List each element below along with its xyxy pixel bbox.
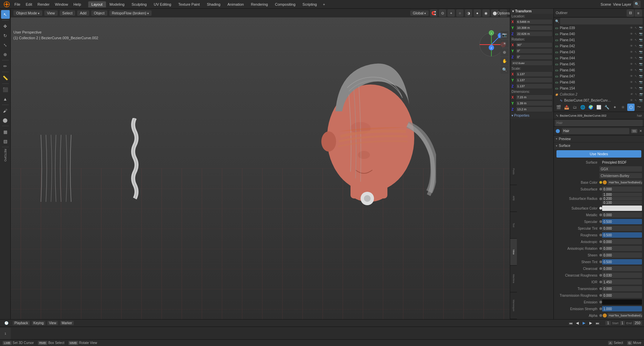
outliner-item-11[interactable]: ◉ Collection 2 👁 ↖ 📷	[554, 91, 644, 97]
method-value[interactable]: Christensen-Burley	[599, 173, 642, 178]
render-icon[interactable]: 📷	[639, 93, 643, 96]
side-tab-mannequin[interactable]: Mannequin	[510, 292, 517, 319]
outliner-item-2[interactable]: ▭ Plane.041 👁 ↖ 📷	[554, 37, 644, 43]
render-icon[interactable]: 📷	[639, 80, 643, 84]
physics-prop-icon[interactable]: ⚛	[619, 104, 627, 111]
object-prop-icon[interactable]: ⬜	[595, 104, 603, 111]
transform-section-header[interactable]: ▾ Transform	[510, 9, 553, 14]
window-menu[interactable]: Window	[53, 2, 70, 7]
file-menu[interactable]: File	[12, 2, 23, 7]
cursor-restrict-icon[interactable]: ↖	[634, 80, 638, 84]
eye-icon[interactable]: 👁	[629, 56, 633, 60]
eye-icon[interactable]: 👁	[629, 93, 633, 96]
add-menu[interactable]: Add	[77, 10, 89, 16]
start-frame-display[interactable]: 1	[620, 321, 625, 325]
scale-z-field[interactable]: 1.137	[516, 84, 552, 89]
render-icon[interactable]: 📷	[639, 74, 643, 78]
location-x-field[interactable]: 6.5466 m	[516, 19, 552, 24]
sub-color-swatch[interactable]	[602, 206, 642, 211]
outliner-item-3[interactable]: ▭ Plane.042 👁 ↖ 📷	[554, 43, 644, 49]
render-icon[interactable]: 📷	[639, 50, 643, 54]
eye-icon[interactable]: 👁	[629, 32, 633, 36]
cursor-restrict-icon[interactable]: ↖	[634, 26, 638, 30]
scale-tool[interactable]: ⤡	[1, 41, 10, 49]
subsurface-field[interactable]: 0.000	[602, 186, 642, 192]
emission-color-swatch[interactable]	[602, 299, 642, 305]
render-icon[interactable]: 📷	[639, 99, 643, 102]
modifier-prop-icon[interactable]: 🔧	[603, 104, 610, 111]
show-overlay-icon[interactable]: ○	[456, 9, 464, 17]
select-menu[interactable]: Select	[60, 10, 75, 16]
cursor-restrict-icon[interactable]: ↖	[634, 62, 638, 66]
measure-tool[interactable]: 📏	[1, 73, 10, 82]
eye-icon[interactable]: 👁	[629, 50, 633, 54]
eye-icon[interactable]: 👁	[629, 86, 633, 90]
tab-uv-editing[interactable]: UV Editing	[150, 1, 174, 7]
marker-menu[interactable]: Marker	[60, 321, 74, 325]
tab-modeling[interactable]: Modeling	[106, 1, 128, 7]
aniso-rot-field[interactable]: 0.000	[602, 246, 642, 251]
tab-rendering[interactable]: Rendering	[248, 1, 271, 7]
outliner-item-12[interactable]: ∿ BezierCurve.007_BezierCurve.001 👁 ↖ 📷	[554, 97, 644, 103]
render-icon[interactable]: 📷	[639, 32, 643, 36]
material-search-input[interactable]	[555, 120, 643, 126]
skip-end-icon[interactable]: ⏭	[595, 321, 600, 326]
rotation-x-field[interactable]: 90°	[516, 43, 552, 47]
timeline-clock-icon[interactable]: 🕐	[2, 320, 11, 327]
particles-prop-icon[interactable]: ✦	[611, 104, 619, 111]
transmission-field[interactable]: 0.000	[602, 286, 642, 291]
dim-z-field[interactable]: 13.2 m	[516, 107, 552, 112]
cursor-tool[interactable]: ↖	[1, 10, 10, 19]
tab-shading[interactable]: Shading	[204, 1, 224, 7]
paint2-tool[interactable]: ⬤	[1, 116, 10, 124]
outliner-item-1[interactable]: ▭ Plane.040 👁 ↖ 📷	[554, 31, 644, 37]
material-x-btn[interactable]: ✕	[639, 129, 642, 133]
current-frame-display[interactable]: 1	[605, 321, 611, 325]
edit-menu[interactable]: Edit	[23, 2, 35, 7]
playback-menu[interactable]: Playback	[13, 321, 30, 325]
distribution-value[interactable]: GGX	[599, 166, 642, 172]
material-prop-icon[interactable]: ⬡	[627, 104, 635, 111]
tab-layout[interactable]: Layout	[88, 1, 106, 7]
side-tab-fluids[interactable]: Fluids	[510, 158, 517, 185]
tab-compositing[interactable]: Compositing	[272, 1, 299, 7]
sub-radius-g[interactable]: 0.200	[602, 197, 642, 200]
roughness-field[interactable]: 0.500	[602, 232, 642, 238]
view-layer-prop-icon[interactable]: 🗂	[571, 104, 579, 111]
global-dropdown[interactable]: Global	[410, 10, 429, 16]
cursor-restrict-icon[interactable]: ↖	[634, 68, 638, 72]
eye-icon[interactable]: 👁	[629, 44, 633, 48]
extra-tools[interactable]: ▦	[1, 127, 10, 136]
cursor-3d-icon[interactable]: ⊕	[500, 48, 508, 56]
blender-logo[interactable]	[2, 1, 11, 8]
data-prop-icon[interactable]: 〜	[635, 104, 643, 111]
paint-tool[interactable]: 🖌	[1, 106, 10, 115]
render-icon[interactable]: 📷	[639, 26, 643, 30]
view-menu[interactable]: View	[47, 321, 58, 325]
cursor-restrict-icon[interactable]: ↖	[634, 99, 638, 102]
render-icon[interactable]: 📷	[639, 38, 643, 42]
outliner-item-0[interactable]: ▭ Plane.039 👁 ↖ 📷	[554, 25, 644, 31]
scale-y-field[interactable]: 1.137	[516, 78, 552, 82]
transform-tool[interactable]: ⊕	[1, 50, 10, 59]
timeline-ruler[interactable]: 1 0 10 20 30 40 50 60 70 80 90 100	[0, 327, 644, 339]
eye-icon[interactable]: 👁	[629, 68, 633, 72]
outliner-item-9[interactable]: ▭ Plane.048 👁 ↖ 📷	[554, 79, 644, 85]
skip-start-icon[interactable]: ⏮	[568, 321, 573, 326]
render-prop-icon[interactable]: 🎬	[555, 104, 562, 111]
tab-texture-paint[interactable]: Texture Paint	[175, 1, 203, 7]
cursor-restrict-icon[interactable]: ↖	[634, 38, 638, 42]
hand-icon[interactable]: ✋	[500, 57, 508, 65]
sheen-tint-field[interactable]: 0.500	[602, 259, 642, 265]
cursor-restrict-icon[interactable]: ↖	[634, 50, 638, 54]
rotation-mode-field[interactable]: XYZ Euler	[512, 61, 552, 65]
surface-toggle[interactable]: ▾ Surface	[554, 142, 644, 149]
cursor-restrict-icon[interactable]: ↖	[634, 32, 638, 36]
cursor-restrict-icon[interactable]: ↖	[634, 74, 638, 78]
outliner-sort-icon[interactable]: ≡	[635, 9, 642, 17]
specular-field[interactable]: 0.500	[602, 219, 642, 224]
annotate-tool[interactable]: ✏	[1, 62, 10, 70]
render-icon[interactable]: 📷	[639, 62, 643, 66]
material-preview-icon[interactable]: ◉	[482, 9, 490, 17]
output-prop-icon[interactable]: 📤	[563, 104, 571, 111]
